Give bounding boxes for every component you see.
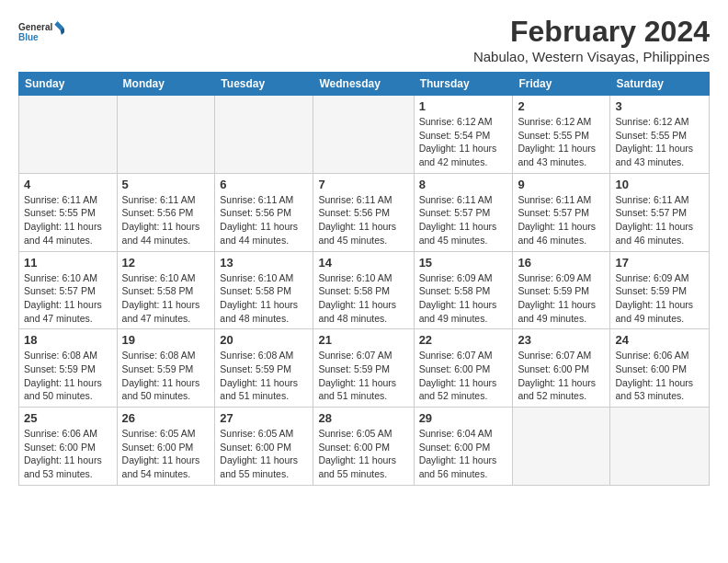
day-info: Sunrise: 6:10 AM Sunset: 5:58 PM Dayligh… bbox=[122, 271, 210, 326]
calendar-cell: 20Sunrise: 6:08 AM Sunset: 5:59 PM Dayli… bbox=[215, 329, 313, 408]
calendar-cell: 25Sunrise: 6:06 AM Sunset: 6:00 PM Dayli… bbox=[19, 408, 118, 486]
calendar-cell: 15Sunrise: 6:09 AM Sunset: 5:58 PM Dayli… bbox=[414, 251, 513, 329]
col-header-friday: Friday bbox=[513, 73, 610, 96]
day-info: Sunrise: 6:07 AM Sunset: 6:00 PM Dayligh… bbox=[518, 349, 605, 403]
calendar-cell: 13Sunrise: 6:10 AM Sunset: 5:58 PM Dayli… bbox=[215, 251, 313, 329]
col-header-saturday: Saturday bbox=[610, 73, 710, 96]
day-number: 13 bbox=[220, 256, 308, 270]
month-title: February 2024 bbox=[473, 15, 710, 49]
week-row-3: 11Sunrise: 6:10 AM Sunset: 5:57 PM Dayli… bbox=[19, 251, 710, 329]
day-info: Sunrise: 6:05 AM Sunset: 6:00 PM Dayligh… bbox=[122, 427, 210, 481]
day-number: 15 bbox=[419, 256, 508, 270]
col-header-tuesday: Tuesday bbox=[215, 73, 313, 96]
calendar-cell: 11Sunrise: 6:10 AM Sunset: 5:57 PM Dayli… bbox=[19, 251, 118, 329]
day-number: 19 bbox=[122, 333, 210, 347]
day-info: Sunrise: 6:05 AM Sunset: 6:00 PM Dayligh… bbox=[220, 427, 308, 481]
calendar-cell bbox=[117, 96, 215, 174]
day-info: Sunrise: 6:09 AM Sunset: 5:59 PM Dayligh… bbox=[518, 271, 605, 326]
col-header-thursday: Thursday bbox=[414, 73, 513, 96]
day-number: 4 bbox=[24, 178, 112, 191]
day-number: 6 bbox=[220, 178, 308, 191]
day-info: Sunrise: 6:11 AM Sunset: 5:56 PM Dayligh… bbox=[318, 193, 408, 247]
title-area: February 2024 Nabulao, Western Visayas, … bbox=[473, 15, 710, 64]
location-subtitle: Nabulao, Western Visayas, Philippines bbox=[473, 49, 710, 64]
calendar-cell: 16Sunrise: 6:09 AM Sunset: 5:59 PM Dayli… bbox=[513, 251, 610, 329]
day-number: 7 bbox=[318, 178, 408, 191]
calendar-cell: 17Sunrise: 6:09 AM Sunset: 5:59 PM Dayli… bbox=[610, 251, 710, 329]
calendar-cell: 29Sunrise: 6:04 AM Sunset: 6:00 PM Dayli… bbox=[414, 408, 513, 486]
day-number: 21 bbox=[318, 333, 408, 347]
calendar-cell: 10Sunrise: 6:11 AM Sunset: 5:57 PM Dayli… bbox=[610, 173, 710, 251]
logo-svg: General Blue bbox=[18, 15, 64, 52]
day-number: 3 bbox=[615, 99, 704, 113]
logo: General Blue bbox=[18, 15, 64, 52]
day-info: Sunrise: 6:08 AM Sunset: 5:59 PM Dayligh… bbox=[220, 349, 308, 403]
day-number: 11 bbox=[24, 256, 112, 270]
day-number: 8 bbox=[419, 178, 508, 191]
day-number: 1 bbox=[419, 99, 508, 113]
day-number: 24 bbox=[615, 333, 704, 347]
calendar-cell bbox=[610, 408, 710, 486]
calendar-cell: 21Sunrise: 6:07 AM Sunset: 5:59 PM Dayli… bbox=[313, 329, 414, 408]
day-number: 18 bbox=[24, 333, 112, 347]
day-info: Sunrise: 6:11 AM Sunset: 5:57 PM Dayligh… bbox=[518, 193, 605, 247]
day-info: Sunrise: 6:08 AM Sunset: 5:59 PM Dayligh… bbox=[24, 349, 112, 403]
day-info: Sunrise: 6:09 AM Sunset: 5:58 PM Dayligh… bbox=[419, 271, 508, 326]
day-info: Sunrise: 6:09 AM Sunset: 5:59 PM Dayligh… bbox=[615, 271, 704, 326]
calendar-cell bbox=[19, 96, 118, 174]
calendar-cell bbox=[215, 96, 313, 174]
day-info: Sunrise: 6:11 AM Sunset: 5:55 PM Dayligh… bbox=[24, 193, 112, 247]
day-info: Sunrise: 6:12 AM Sunset: 5:54 PM Dayligh… bbox=[419, 115, 508, 169]
calendar-cell: 14Sunrise: 6:10 AM Sunset: 5:58 PM Dayli… bbox=[313, 251, 414, 329]
calendar-cell: 4Sunrise: 6:11 AM Sunset: 5:55 PM Daylig… bbox=[19, 173, 118, 251]
day-info: Sunrise: 6:11 AM Sunset: 5:57 PM Dayligh… bbox=[615, 193, 704, 247]
day-number: 2 bbox=[518, 99, 605, 113]
day-info: Sunrise: 6:06 AM Sunset: 6:00 PM Dayligh… bbox=[24, 427, 112, 481]
calendar-table: SundayMondayTuesdayWednesdayThursdayFrid… bbox=[18, 72, 710, 486]
day-info: Sunrise: 6:11 AM Sunset: 5:56 PM Dayligh… bbox=[220, 193, 308, 247]
calendar-cell: 23Sunrise: 6:07 AM Sunset: 6:00 PM Dayli… bbox=[513, 329, 610, 408]
calendar-cell: 28Sunrise: 6:05 AM Sunset: 6:00 PM Dayli… bbox=[313, 408, 414, 486]
svg-text:General: General bbox=[18, 22, 52, 32]
week-row-5: 25Sunrise: 6:06 AM Sunset: 6:00 PM Dayli… bbox=[19, 408, 710, 486]
col-header-sunday: Sunday bbox=[19, 73, 118, 96]
day-number: 25 bbox=[24, 411, 112, 425]
day-number: 14 bbox=[318, 256, 408, 270]
calendar-cell: 22Sunrise: 6:07 AM Sunset: 6:00 PM Dayli… bbox=[414, 329, 513, 408]
day-number: 29 bbox=[419, 411, 508, 425]
day-number: 23 bbox=[518, 333, 605, 347]
day-number: 17 bbox=[615, 256, 704, 270]
calendar-cell bbox=[313, 96, 414, 174]
calendar-cell: 27Sunrise: 6:05 AM Sunset: 6:00 PM Dayli… bbox=[215, 408, 313, 486]
calendar-cell: 12Sunrise: 6:10 AM Sunset: 5:58 PM Dayli… bbox=[117, 251, 215, 329]
day-number: 22 bbox=[419, 333, 508, 347]
day-info: Sunrise: 6:05 AM Sunset: 6:00 PM Dayligh… bbox=[318, 427, 408, 481]
day-info: Sunrise: 6:11 AM Sunset: 5:56 PM Dayligh… bbox=[122, 193, 210, 247]
day-info: Sunrise: 6:10 AM Sunset: 5:58 PM Dayligh… bbox=[220, 271, 308, 326]
calendar-cell: 3Sunrise: 6:12 AM Sunset: 5:55 PM Daylig… bbox=[610, 96, 710, 174]
day-number: 5 bbox=[122, 178, 210, 191]
header: General Blue February 2024 Nabulao, West… bbox=[18, 15, 710, 64]
calendar-cell: 19Sunrise: 6:08 AM Sunset: 5:59 PM Dayli… bbox=[117, 329, 215, 408]
calendar-cell: 1Sunrise: 6:12 AM Sunset: 5:54 PM Daylig… bbox=[414, 96, 513, 174]
day-number: 16 bbox=[518, 256, 605, 270]
day-info: Sunrise: 6:12 AM Sunset: 5:55 PM Dayligh… bbox=[615, 115, 704, 169]
week-row-1: 1Sunrise: 6:12 AM Sunset: 5:54 PM Daylig… bbox=[19, 96, 710, 174]
calendar-cell bbox=[513, 408, 610, 486]
calendar-cell: 2Sunrise: 6:12 AM Sunset: 5:55 PM Daylig… bbox=[513, 96, 610, 174]
day-info: Sunrise: 6:11 AM Sunset: 5:57 PM Dayligh… bbox=[419, 193, 508, 247]
header-row: SundayMondayTuesdayWednesdayThursdayFrid… bbox=[19, 73, 710, 96]
calendar-cell: 18Sunrise: 6:08 AM Sunset: 5:59 PM Dayli… bbox=[19, 329, 118, 408]
col-header-wednesday: Wednesday bbox=[313, 73, 414, 96]
day-info: Sunrise: 6:10 AM Sunset: 5:58 PM Dayligh… bbox=[318, 271, 408, 326]
day-info: Sunrise: 6:06 AM Sunset: 6:00 PM Dayligh… bbox=[615, 349, 704, 403]
svg-text:Blue: Blue bbox=[18, 32, 39, 42]
day-number: 26 bbox=[122, 411, 210, 425]
day-number: 9 bbox=[518, 178, 605, 191]
day-number: 27 bbox=[220, 411, 308, 425]
calendar-cell: 6Sunrise: 6:11 AM Sunset: 5:56 PM Daylig… bbox=[215, 173, 313, 251]
calendar-cell: 26Sunrise: 6:05 AM Sunset: 6:00 PM Dayli… bbox=[117, 408, 215, 486]
day-number: 20 bbox=[220, 333, 308, 347]
calendar-cell: 7Sunrise: 6:11 AM Sunset: 5:56 PM Daylig… bbox=[313, 173, 414, 251]
day-number: 12 bbox=[122, 256, 210, 270]
